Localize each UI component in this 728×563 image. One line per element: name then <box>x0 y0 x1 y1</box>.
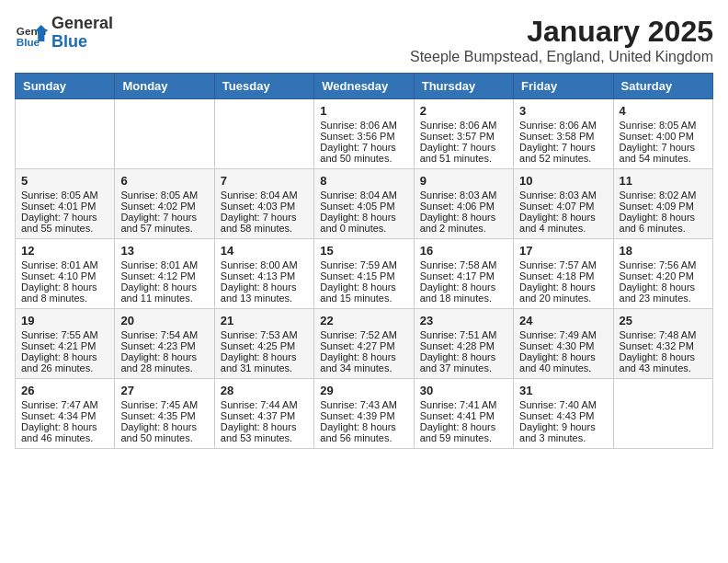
day-info: Sunrise: 8:06 AM <box>519 120 607 131</box>
day-info: Daylight: 8 hours and 6 minutes. <box>620 212 707 234</box>
calendar-cell: 21Sunrise: 7:53 AMSunset: 4:25 PMDayligh… <box>214 309 313 379</box>
day-number: 12 <box>21 244 108 258</box>
calendar-cell: 13Sunrise: 8:01 AMSunset: 4:12 PMDayligh… <box>115 239 214 309</box>
day-info: Daylight: 7 hours and 58 minutes. <box>221 212 308 234</box>
calendar-table: SundayMondayTuesdayWednesdayThursdayFrid… <box>15 73 713 449</box>
day-info: Sunrise: 7:41 AM <box>420 399 507 410</box>
day-number: 20 <box>120 314 208 327</box>
calendar-cell <box>16 99 115 169</box>
day-number: 31 <box>519 384 607 397</box>
day-info: Sunrise: 8:03 AM <box>420 190 507 201</box>
day-info: Sunrise: 8:01 AM <box>21 259 108 270</box>
day-info: Sunrise: 7:43 AM <box>320 399 407 410</box>
weekday-header-sunday: Sunday <box>16 74 115 99</box>
day-info: Sunrise: 7:59 AM <box>320 259 407 270</box>
calendar-cell: 9Sunrise: 8:03 AMSunset: 4:06 PMDaylight… <box>414 169 513 239</box>
day-info: Sunset: 4:35 PM <box>120 410 208 421</box>
calendar-cell: 29Sunrise: 7:43 AMSunset: 4:39 PMDayligh… <box>314 379 414 449</box>
day-info: Sunset: 4:09 PM <box>620 201 707 212</box>
day-info: Sunset: 4:10 PM <box>21 270 108 282</box>
calendar-cell: 16Sunrise: 7:58 AMSunset: 4:17 PMDayligh… <box>414 239 513 309</box>
day-number: 2 <box>420 104 507 118</box>
day-info: Daylight: 8 hours and 20 minutes. <box>519 282 607 304</box>
day-number: 7 <box>221 174 308 188</box>
day-info: Sunrise: 7:40 AM <box>519 399 607 410</box>
weekday-header-thursday: Thursday <box>414 74 513 99</box>
day-info: Daylight: 9 hours and 3 minutes. <box>519 421 607 443</box>
day-info: Sunrise: 8:06 AM <box>420 120 507 131</box>
day-info: Sunrise: 8:06 AM <box>320 120 407 131</box>
day-info: Daylight: 8 hours and 4 minutes. <box>519 212 607 234</box>
month-title: January 2025 <box>410 15 713 49</box>
calendar-cell: 18Sunrise: 7:56 AMSunset: 4:20 PMDayligh… <box>613 239 712 309</box>
day-info: Daylight: 8 hours and 46 minutes. <box>21 421 108 443</box>
calendar-cell: 23Sunrise: 7:51 AMSunset: 4:28 PMDayligh… <box>414 309 513 379</box>
day-info: Sunrise: 7:54 AM <box>120 329 208 340</box>
calendar-cell: 27Sunrise: 7:45 AMSunset: 4:35 PMDayligh… <box>115 379 214 449</box>
day-number: 5 <box>21 174 108 188</box>
day-info: Sunrise: 7:53 AM <box>221 329 308 340</box>
calendar-cell: 15Sunrise: 7:59 AMSunset: 4:15 PMDayligh… <box>314 239 414 309</box>
day-info: Daylight: 7 hours and 55 minutes. <box>21 212 108 234</box>
day-info: Daylight: 8 hours and 43 minutes. <box>620 351 707 373</box>
day-info: Daylight: 8 hours and 23 minutes. <box>620 282 707 304</box>
day-info: Sunrise: 7:44 AM <box>221 399 308 410</box>
day-info: Sunset: 4:32 PM <box>620 340 707 351</box>
logo-icon: General Blue <box>15 17 48 50</box>
calendar-cell: 25Sunrise: 7:48 AMSunset: 4:32 PMDayligh… <box>613 309 712 379</box>
day-info: Sunrise: 7:52 AM <box>320 329 407 340</box>
calendar-cell: 22Sunrise: 7:52 AMSunset: 4:27 PMDayligh… <box>314 309 414 379</box>
day-info: Sunset: 4:41 PM <box>420 410 507 421</box>
calendar-week-1: 1Sunrise: 8:06 AMSunset: 3:56 PMDaylight… <box>16 99 713 169</box>
calendar-week-5: 26Sunrise: 7:47 AMSunset: 4:34 PMDayligh… <box>16 379 713 449</box>
day-info: Sunset: 4:30 PM <box>519 340 607 351</box>
day-info: Daylight: 8 hours and 18 minutes. <box>420 282 507 304</box>
day-info: Sunset: 3:58 PM <box>519 131 607 142</box>
day-info: Sunrise: 8:00 AM <box>221 259 308 270</box>
day-info: Sunrise: 7:45 AM <box>120 399 208 410</box>
calendar-cell: 11Sunrise: 8:02 AMSunset: 4:09 PMDayligh… <box>613 169 712 239</box>
day-info: Sunset: 4:01 PM <box>21 201 108 212</box>
day-info: Sunset: 4:20 PM <box>620 270 707 282</box>
day-info: Daylight: 7 hours and 51 minutes. <box>420 142 507 164</box>
day-number: 14 <box>221 244 308 258</box>
calendar-cell: 3Sunrise: 8:06 AMSunset: 3:58 PMDaylight… <box>514 99 613 169</box>
day-info: Sunset: 4:15 PM <box>320 270 407 282</box>
day-number: 27 <box>120 384 208 397</box>
calendar-cell: 7Sunrise: 8:04 AMSunset: 4:03 PMDaylight… <box>214 169 313 239</box>
day-info: Sunrise: 8:05 AM <box>620 120 707 131</box>
day-info: Daylight: 8 hours and 13 minutes. <box>221 282 308 304</box>
calendar-cell: 10Sunrise: 8:03 AMSunset: 4:07 PMDayligh… <box>514 169 613 239</box>
day-number: 3 <box>519 104 607 118</box>
day-info: Daylight: 8 hours and 37 minutes. <box>420 351 507 373</box>
logo: General Blue General Blue <box>15 15 113 52</box>
day-info: Sunrise: 8:04 AM <box>221 190 308 201</box>
calendar-cell: 24Sunrise: 7:49 AMSunset: 4:30 PMDayligh… <box>514 309 613 379</box>
day-info: Sunrise: 7:58 AM <box>420 259 507 270</box>
day-info: Sunrise: 7:56 AM <box>620 259 707 270</box>
day-number: 8 <box>320 174 407 188</box>
logo-general: General <box>51 15 113 33</box>
day-info: Daylight: 8 hours and 2 minutes. <box>420 212 507 234</box>
day-info: Sunset: 4:12 PM <box>120 270 208 282</box>
day-number: 6 <box>120 174 208 188</box>
day-info: Daylight: 8 hours and 31 minutes. <box>221 351 308 373</box>
day-info: Sunset: 4:28 PM <box>420 340 507 351</box>
day-number: 13 <box>120 244 208 258</box>
logo-text: General Blue <box>51 15 113 52</box>
calendar-cell: 6Sunrise: 8:05 AMSunset: 4:02 PMDaylight… <box>115 169 214 239</box>
calendar-cell: 28Sunrise: 7:44 AMSunset: 4:37 PMDayligh… <box>214 379 313 449</box>
svg-text:Blue: Blue <box>17 35 40 47</box>
day-info: Daylight: 8 hours and 50 minutes. <box>120 421 208 443</box>
calendar-cell: 31Sunrise: 7:40 AMSunset: 4:43 PMDayligh… <box>514 379 613 449</box>
day-info: Sunrise: 7:57 AM <box>519 259 607 270</box>
day-info: Sunset: 4:34 PM <box>21 410 108 421</box>
day-number: 11 <box>620 174 707 188</box>
weekday-header-saturday: Saturday <box>613 74 712 99</box>
day-number: 10 <box>519 174 607 188</box>
day-info: Sunset: 3:56 PM <box>320 131 407 142</box>
day-info: Sunset: 4:18 PM <box>519 270 607 282</box>
day-info: Sunrise: 8:05 AM <box>21 190 108 201</box>
calendar-cell <box>214 99 313 169</box>
day-info: Sunrise: 8:04 AM <box>320 190 407 201</box>
